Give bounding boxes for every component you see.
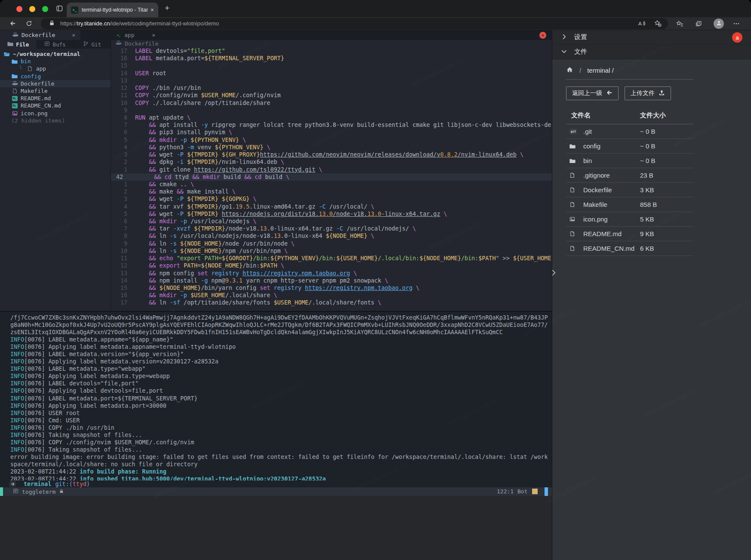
code-line[interactable]: 6 && pip3 install pynvim \ — [111, 129, 552, 136]
buffer-name[interactable]: toggleterm — [22, 489, 55, 495]
code-line[interactable]: 4 && python3 -m venv ${PYTHON_VENV} \ — [111, 144, 552, 151]
code-line[interactable]: 13 — [111, 77, 552, 84]
code-line[interactable]: 12COPY ./bin /usr/bin — [111, 84, 552, 92]
close-editor-button[interactable]: × — [539, 32, 546, 39]
tree-item-dockerfile[interactable]: Dockerfile — [0, 80, 111, 87]
url-text[interactable]: https://try.titanide.cn/ide/web/coding/t… — [60, 20, 219, 27]
file-row-makefile[interactable]: Makefile858 B — [566, 197, 693, 212]
refresh-icon[interactable] — [26, 20, 33, 28]
tree-item-app[interactable]: └ app — [0, 65, 111, 72]
tree-item--workspace-terminal[interactable]: ~/workspace/terminal — [0, 50, 111, 58]
tree-item--2-hidden-items-[interactable]: (2 hidden items) — [0, 117, 111, 124]
code-line[interactable]: 17 && ln -sf /opt/titanide/share/fonts $… — [111, 299, 552, 306]
code-line[interactable]: 14USER root — [111, 70, 552, 77]
file-row--git[interactable]: git.git~ 0 B — [566, 124, 693, 139]
file-name[interactable]: config — [580, 142, 640, 150]
code-line[interactable]: 10 && ln -s ${NODE_HOME}/npm /usr/bin/np… — [111, 247, 552, 255]
close-icon[interactable]: × — [152, 32, 155, 38]
code-line[interactable]: 16 && mkdir -p $USER_HOME/.local/share \ — [111, 292, 552, 299]
code-line[interactable]: 2 && make && make install \ — [111, 188, 552, 195]
tree-item-bin[interactable]: bin — [0, 58, 111, 65]
explorer-tab-file[interactable]: File — [0, 40, 37, 49]
tree-item-icon-png[interactable]: icon.png — [0, 110, 111, 117]
tree-item-config[interactable]: config — [0, 73, 111, 80]
tree-item-readme-cn-md[interactable]: M↓README_CN.md — [0, 102, 111, 109]
section-settings[interactable]: 设置 a — [552, 30, 751, 45]
tab-overview-icon[interactable] — [56, 5, 64, 12]
profile-avatar[interactable] — [714, 18, 724, 29]
file-row-bin[interactable]: bin~ 0 B — [566, 154, 693, 168]
code-line[interactable]: 3 && wget -P ${TMPDIR} ${GOPKG} \ — [111, 195, 552, 203]
code-line[interactable]: 3 && wget -P ${TMPDIR} ${GH_PROXY}https:… — [111, 151, 552, 158]
code-line[interactable]: 1 && git clone https://github.com/tsl092… — [111, 166, 552, 173]
tree-item-makefile[interactable]: Makefile — [0, 87, 111, 95]
file-name[interactable]: bin — [580, 157, 640, 164]
code-line[interactable]: 11 && echo "export PATH=${GOROOT}/bin:${… — [111, 255, 552, 262]
favorites-icon[interactable] — [676, 20, 683, 28]
code-line[interactable]: 7 && tar -xvzf ${TMPDIR}/node-v18.13.0-l… — [111, 225, 552, 232]
tab-close-icon[interactable]: × — [151, 6, 154, 13]
file-name[interactable]: Makefile — [580, 201, 640, 208]
file-row-readme-cn-md[interactable]: README_CN.md6 KB — [566, 241, 693, 256]
browser-tab[interactable]: >_ terminal-ttyd-wlotnipo - TitanIDE × — [67, 3, 158, 17]
file-name[interactable]: .gitignore — [580, 172, 640, 179]
code-line[interactable]: 16LABEL metadata.port=${TERMINAL_SERVER_… — [111, 55, 552, 62]
code-line[interactable]: 9 && ln -s ${NODE_HOME}/node /usr/bin/no… — [111, 240, 552, 247]
file-name[interactable]: Dockerfile — [580, 186, 640, 194]
file-row-icon-png[interactable]: icon.png5 KB — [566, 212, 693, 227]
shell-prompt[interactable]: terminal git:(ttyd) — [0, 480, 552, 487]
window-close-button[interactable] — [16, 6, 22, 12]
code-line[interactable]: 15 — [111, 62, 552, 69]
code-line[interactable]: 11COPY ./config/nvim $USER_HOME/.config/… — [111, 92, 552, 99]
file-name[interactable]: icon.png — [580, 215, 640, 223]
code-line[interactable]: 8 && ln -s /usr/local/nodejs/node-v18.13… — [111, 232, 552, 240]
code-line[interactable]: 9 — [111, 107, 552, 114]
code-line[interactable]: 15 && ${NODE_HOME}/bin/yarn config set r… — [111, 284, 552, 292]
scrollbar-indicator[interactable] — [545, 487, 548, 496]
upload-file-button[interactable]: 上传文件 — [625, 86, 671, 100]
code-line[interactable]: 6 && mkdir -p /usr/local/nodejs \ — [111, 218, 552, 225]
panel-collapse-chevron[interactable] — [549, 268, 558, 278]
code-line[interactable]: 12 && export PATH=${NODE_HOME}/bin:$PATH… — [111, 262, 552, 269]
file-name[interactable]: README.md — [580, 230, 640, 237]
user-avatar[interactable]: a — [732, 32, 742, 43]
file-name[interactable]: .git — [580, 128, 640, 135]
code-line[interactable]: 17LABEL devtools="file,port" — [111, 47, 552, 55]
code-line[interactable]: 5 && mkdir -p ${PYTHON_VENV} \ — [111, 136, 552, 144]
collections-icon[interactable] — [695, 20, 702, 28]
add-favorite-icon[interactable] — [654, 20, 662, 27]
section-files[interactable]: 文件 — [552, 45, 751, 59]
file-name[interactable]: README_CN.md — [580, 245, 640, 252]
code-line[interactable]: 10COPY ./.local/share /opt/titanide/shar… — [111, 99, 552, 107]
code-line[interactable]: 1 && cmake .. \ — [111, 181, 552, 188]
address-bar[interactable]: https://try.titanide.cn/ide/web/coding/t… — [41, 18, 668, 29]
terminal-output[interactable]: /fj7CcwoCW7ZXBc3snKxZNYHpbh7uhwOvx2lsi4W… — [0, 311, 552, 480]
close-icon[interactable]: × — [72, 32, 75, 38]
explorer-tab-bufs[interactable]: Bufs — [37, 40, 74, 49]
code-line[interactable]: 42 && cd ttyd && mkdir build && cd build… — [111, 173, 552, 181]
read-aloud-icon[interactable]: A — [638, 20, 645, 27]
tab-dockerfile[interactable]: Dockerfile × — [0, 30, 80, 40]
code-line[interactable]: 14 && npm install -g npm@9.3.1 yarn cnpm… — [111, 277, 552, 284]
code-line[interactable]: 2 && dpkg -i ${TMPDIR}/nvim-linux64.deb … — [111, 158, 552, 166]
code-line[interactable]: 13 && npm config set registry https://re… — [111, 270, 552, 277]
file-row-dockerfile[interactable]: Dockerfile3 KB — [566, 183, 693, 197]
tab-app[interactable]: >_ app × — [111, 30, 160, 40]
more-menu-icon[interactable] — [733, 20, 740, 28]
code-line[interactable]: 4 && tar xvf ${TMPDIR}/go1.19.5.linux-am… — [111, 203, 552, 210]
file-row-config[interactable]: config~ 0 B — [566, 139, 693, 154]
new-tab-button[interactable]: + — [165, 3, 169, 13]
code-line[interactable]: 8RUN apt update \ — [111, 114, 552, 121]
back-icon[interactable] — [9, 20, 17, 28]
window-minimize-button[interactable] — [29, 6, 35, 12]
explorer-tab-git[interactable]: Git — [73, 40, 111, 49]
code-line[interactable]: 5 && wget -P ${TMPDIR} https://nodejs.or… — [111, 210, 552, 218]
tree-item-readme-md[interactable]: M↓README.md — [0, 95, 111, 102]
code-line[interactable]: 7 && apt install -y ripgrep ranger lolca… — [111, 121, 552, 129]
breadcrumb-path[interactable]: terminal / — [587, 67, 614, 74]
file-row--gitignore[interactable]: .gitignore23 B — [566, 168, 693, 183]
file-row-readme-md[interactable]: README.md9 KB — [566, 227, 693, 241]
window-zoom-button[interactable] — [42, 6, 48, 12]
code-editor[interactable]: Dockerfile 17LABEL devtools="file,port"1… — [111, 40, 552, 311]
home-icon[interactable] — [566, 66, 573, 74]
